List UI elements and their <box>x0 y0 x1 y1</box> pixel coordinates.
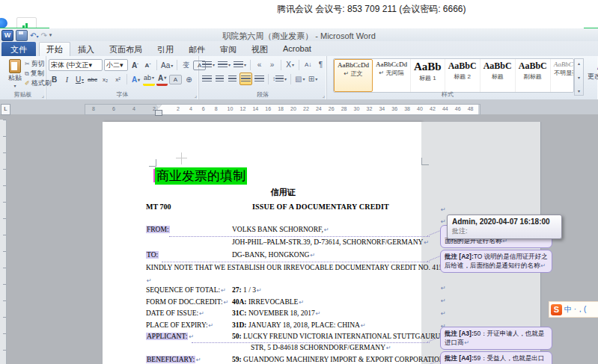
doc-row[interactable]: FORM OF DOC.CREDIT:↵40A: IRREVOCABLE↵ <box>146 298 445 308</box>
tab-引用[interactable]: 引用 <box>150 42 181 56</box>
tab-文件[interactable]: 文件 <box>1 42 36 56</box>
text-effects-button[interactable]: A▾ <box>130 74 141 85</box>
align-center-button[interactable] <box>214 73 225 84</box>
style-item-无间隔[interactable]: AaBbCcDd↵ 无间隔 <box>373 59 411 92</box>
ruler-number: 24 <box>316 106 322 111</box>
justify-button[interactable] <box>239 73 252 85</box>
doc-value: DG-BANK, HONGKONG↵ <box>232 251 315 259</box>
style-item-正文[interactable]: AaBbCcDd↵ 正文 <box>334 59 373 92</box>
doc-label: TO: <box>146 251 159 259</box>
doc-row[interactable]: PLACE OF EXPIRY:↵31D: JANUARY 18, 2018, … <box>146 321 445 331</box>
sort-button[interactable]: A↓ <box>302 59 314 70</box>
style-preview: AaBbC <box>448 61 477 72</box>
doc-label: DATE OF ISSUE:↵ <box>146 309 204 317</box>
comment-balloon-4[interactable]: 批注 [A4]:59：受益人，也就是出口↵ <box>440 351 552 364</box>
doc-row[interactable]: JOH-PHIL–PALM-STR.39, D-73614, SCHORNORF… <box>146 238 445 248</box>
doc-value: 31D: JANUARY 18, 2018, PLACE: CHINA↵ <box>232 321 366 329</box>
first-line-indent-marker[interactable] <box>156 105 162 108</box>
change-styles-button[interactable]: A 更改样式 ▾ <box>586 59 598 87</box>
ribbon: 粘贴 ▾ ✂剪切 ⧉复制 ✐格式刷 剪贴板 ⌟ 宋体 (中文正▾ 小二▾ Aˆ … <box>0 56 598 100</box>
doc-label: PLACE OF EXPIRY:↵ <box>146 321 213 329</box>
shading-button[interactable]: ▧▾ <box>294 73 305 84</box>
doc-heading[interactable]: 信用证 <box>146 187 420 198</box>
tab-视图[interactable]: 视图 <box>244 42 275 56</box>
comment-balloon-2[interactable]: 批注 [A2]:TO 说明的是信用证开好之后给谁，后面指的是通知行的名称↵ <box>440 250 552 273</box>
comment-balloon-3[interactable]: 批注 [A3]:50：开证申请人，也就是进口商↵ <box>440 327 552 350</box>
clipboard-dialog-launcher[interactable]: ⌟ <box>42 93 44 99</box>
doc-row[interactable]: SEQUENCE OF TOTAL:↵27: 1 / 3↵ <box>146 286 445 296</box>
show-marks-button[interactable]: ¶ <box>315 59 326 70</box>
tab-邮件[interactable]: 邮件 <box>181 42 213 56</box>
align-right-button[interactable] <box>227 73 238 84</box>
highlight-color-button[interactable]: ab▾ <box>143 73 155 86</box>
doc-row[interactable]: FROM:VOLKS BANK SCHORNORF,↵ <box>146 226 445 235</box>
font-name-combo[interactable]: 宋体 (中文正▾ <box>49 59 103 71</box>
line-spacing-button[interactable]: ↕▾ <box>272 73 287 84</box>
paragraph-group: ▾ ▾ ▾ « » X▾ A↓ ¶ ↕▾ ▧▾ <box>199 56 327 99</box>
borders-button[interactable]: ⊞▾ <box>307 73 318 84</box>
sogou-icon[interactable]: S <box>551 304 562 315</box>
doc-row[interactable]: KINDLY NOTE THAT WE ESTABLISH OUR IRREVO… <box>146 264 445 274</box>
horizontal-ruler[interactable]: 8642246810121416182022242628303234363840… <box>85 104 480 115</box>
tab-selector[interactable]: L <box>1 104 10 115</box>
style-item-不明显强调[interactable]: AaBbCcDd不明显强调 <box>551 59 574 92</box>
enclose-characters-button[interactable]: ⊕ <box>183 74 195 85</box>
font-color-button[interactable]: A▾ <box>156 73 168 86</box>
increase-indent-button[interactable]: » <box>266 59 278 70</box>
style-item-标题[interactable]: AaBbC标题 <box>480 59 516 92</box>
tab-插入[interactable]: 插入 <box>70 42 102 56</box>
bullets-button[interactable]: ▾ <box>201 59 216 70</box>
doc-issue-title[interactable]: ISSUE OF A DOCUMENTARY CREDIT <box>252 203 389 211</box>
styles-gallery-scrollbar[interactable]: ▴▾▾ <box>574 58 584 96</box>
tab-开始[interactable]: 开始 <box>39 42 70 56</box>
strikethrough-button[interactable]: abc <box>87 74 98 85</box>
multilevel-list-button[interactable]: ▾ <box>233 59 247 70</box>
underline-button[interactable]: U▾ <box>74 74 85 85</box>
align-left-button[interactable] <box>201 73 213 84</box>
doc-row[interactable]: TO:DG-BANK, HONGKONG↵ <box>146 251 445 261</box>
doc-row[interactable]: DATE OF ISSUE:↵31C: NOVEMBER 18, 2017↵ <box>146 309 445 319</box>
numbering-button[interactable]: ▾ <box>217 59 231 70</box>
style-item-标题1[interactable]: AaBb标题 1 <box>411 59 445 92</box>
doc-row[interactable]: ↵ <box>146 277 445 286</box>
paste-button[interactable]: 粘贴 ▾ <box>4 59 26 89</box>
ruler-number: 2 <box>177 106 180 111</box>
phonetic-guide-button[interactable]: 变 <box>180 60 192 71</box>
character-shading-button[interactable]: A <box>169 75 182 84</box>
tab-审阅[interactable]: 审阅 <box>213 42 244 56</box>
paragraph-dialog-launcher[interactable]: ⌟ <box>323 93 325 99</box>
doc-row[interactable]: STR, 5 D-84618 SCHORNDORF/GERMANY↵ <box>146 344 445 354</box>
vertical-ruler[interactable] <box>0 120 7 364</box>
ruler-number: 46 <box>455 106 461 111</box>
doc-mt700[interactable]: MT 700 <box>146 203 171 211</box>
comment-connector-line <box>192 342 430 343</box>
doc-title-highlighted[interactable]: 商业发票的填制 <box>155 167 247 185</box>
scissors-icon: ✂ <box>25 61 30 67</box>
left-indent-marker[interactable] <box>155 110 162 116</box>
asian-layout-button[interactable]: X▾ <box>284 59 296 70</box>
text-boundary-mark-left <box>149 159 156 167</box>
italic-button[interactable]: I <box>61 74 73 85</box>
tab-Acrobat[interactable]: Acrobat <box>275 42 319 56</box>
shrink-font-button[interactable]: Aˇ <box>142 60 153 71</box>
change-case-button[interactable]: Aa▾ <box>160 60 174 71</box>
superscript-button[interactable]: x² <box>112 74 123 85</box>
grow-font-button[interactable]: Aˆ <box>129 60 141 71</box>
style-name: 不明显强调 <box>554 69 574 77</box>
bold-button[interactable]: B <box>49 74 60 85</box>
font-dialog-launcher[interactable]: ⌟ <box>195 93 197 99</box>
font-size-combo[interactable]: 小二▾ <box>104 59 128 71</box>
subscript-button[interactable]: x₂ <box>100 74 111 85</box>
distribute-button[interactable] <box>254 73 265 84</box>
doc-label: APPLICANT:↵ <box>146 333 194 340</box>
tab-页面布局[interactable]: 页面布局 <box>102 42 150 56</box>
style-name: ↵ 无间隔 <box>376 69 407 77</box>
ruler-number: 16 <box>265 106 271 111</box>
input-method-bar[interactable]: S 中 ·，( <box>549 301 598 318</box>
style-item-副标题[interactable]: AaBbC副标题 <box>516 59 551 92</box>
decrease-indent-button[interactable]: « <box>254 59 265 70</box>
style-item-标题2[interactable]: AaBbC标题 2 <box>445 59 480 92</box>
doc-row[interactable]: BENEFICIARY:↵59: GUANDONG MACHINERY IMPO… <box>146 356 445 364</box>
doc-row[interactable]: APPLICANT:↵50: LUCKY FREUND VICTORIA INT… <box>146 333 445 342</box>
comment-author-tooltip: Admin, 2020-04-07 16:18:00 批注: <box>447 215 562 239</box>
